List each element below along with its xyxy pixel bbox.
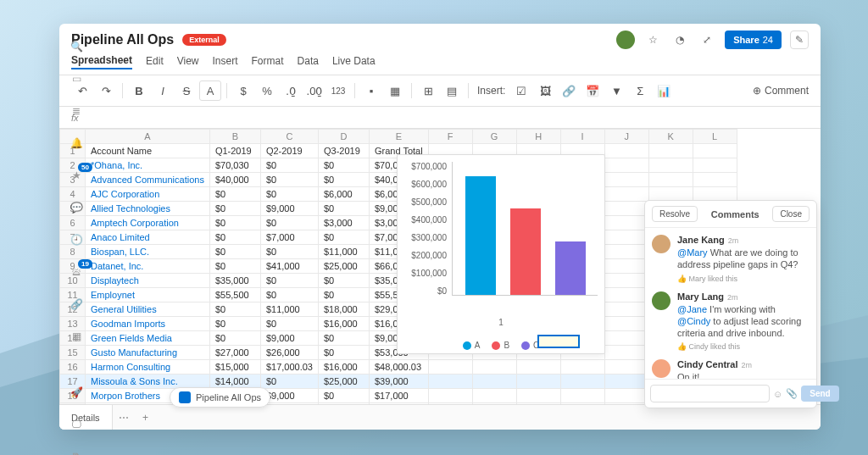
cell[interactable]: $70,030 [209, 158, 260, 173]
decimal-dec-button[interactable]: .0̱ [280, 80, 302, 101]
legend-B[interactable]: B [492, 341, 509, 350]
cell[interactable] [693, 144, 737, 158]
cell[interactable]: $0 [260, 173, 318, 187]
col-header[interactable]: G [472, 130, 516, 144]
history-rail-icon[interactable]: 🕘 [67, 230, 86, 249]
cell[interactable]: $0 [318, 331, 369, 346]
chat-pill[interactable]: Pipeline All Ops [170, 387, 270, 408]
fill-color-button[interactable]: ▪ [360, 80, 382, 101]
activity-icon[interactable]: ◔ [670, 31, 689, 49]
cell[interactable]: Goodman Imports [86, 317, 210, 331]
cell[interactable]: $15,000 [209, 360, 260, 375]
link-insert-button[interactable]: 🔗 [558, 80, 580, 101]
cell[interactable]: $0 [318, 346, 369, 360]
cell[interactable]: $17,000.03 [260, 360, 318, 375]
cell[interactable]: $0 [209, 331, 260, 346]
col-header[interactable]: I [560, 130, 604, 144]
cell[interactable]: $0 [209, 302, 260, 317]
menu-insert[interactable]: Insert [213, 53, 238, 69]
cell[interactable]: $11,000 [318, 245, 369, 259]
cell[interactable]: $7,000 [260, 230, 318, 245]
close-comments-button[interactable]: Close [772, 206, 810, 222]
cell[interactable]: $0 [318, 274, 369, 288]
cell[interactable]: $0 [209, 245, 260, 259]
launch-rail-icon[interactable]: 🚀 [67, 383, 86, 402]
cell[interactable]: *Ohana, Inc. [86, 158, 210, 173]
cell[interactable]: $0 [209, 202, 260, 216]
cell[interactable]: $0 [318, 202, 369, 216]
cell[interactable]: Advanced Communications [86, 173, 210, 187]
cell[interactable]: Q3-2019 [318, 144, 369, 158]
cell[interactable]: $25,000 [318, 375, 369, 389]
menu-data[interactable]: Data [298, 53, 319, 69]
cell[interactable]: $0 [318, 403, 369, 405]
add-tab-icon[interactable]: + [135, 412, 157, 424]
cell[interactable]: $0 [260, 274, 318, 288]
cell[interactable]: $0 [260, 187, 318, 202]
menu-format[interactable]: Format [252, 53, 284, 69]
col-header[interactable]: J [604, 130, 648, 144]
send-button[interactable]: Send [801, 386, 838, 402]
cell[interactable]: $11,000 [260, 302, 318, 317]
decimal-inc-button[interactable]: .00̱ [303, 80, 326, 101]
cell[interactable]: $0 [318, 173, 369, 187]
cell[interactable]: Missoula & Sons Inc. [86, 375, 210, 389]
col-header[interactable]: K [648, 130, 693, 144]
merge-button[interactable]: ⊞ [417, 80, 439, 101]
cell[interactable]: Anaco Limited [86, 230, 210, 245]
col-header[interactable]: C [260, 130, 318, 144]
cell[interactable]: $0 [260, 375, 318, 389]
cell[interactable]: $0 [209, 187, 260, 202]
cell[interactable]: AJC Corporation [86, 187, 210, 202]
search-rail-icon[interactable]: 🔍 [67, 37, 86, 56]
cell[interactable]: Displaytech [86, 274, 210, 288]
cell[interactable]: Account Name [86, 144, 210, 158]
col-header[interactable]: L [693, 130, 737, 144]
comment-avatar[interactable] [652, 235, 670, 253]
cell[interactable]: $25,000 [318, 259, 369, 274]
filter-button[interactable]: ▼ [605, 80, 627, 101]
star-icon[interactable]: ☆ [643, 31, 662, 49]
embedded-chart[interactable]: $700,000$600,000$500,000$400,000$300,000… [397, 154, 605, 354]
cell[interactable]: $0 [260, 158, 318, 173]
collaborator-avatar[interactable] [616, 31, 635, 49]
cell[interactable]: $0 [318, 230, 369, 245]
display-rail-icon[interactable]: 🖵 [67, 415, 86, 434]
docs-rail-icon[interactable]: ≣ [67, 102, 86, 120]
cell[interactable]: $0 [318, 389, 369, 403]
cell[interactable]: $39,000 [369, 375, 428, 389]
comment-avatar[interactable] [652, 359, 670, 378]
resolve-button[interactable]: Resolve [652, 206, 698, 222]
workspace-rail-icon[interactable]: ▭ [67, 69, 86, 88]
cell[interactable]: General Utilities [86, 302, 210, 317]
italic-button[interactable]: I [152, 80, 174, 101]
menu-edit[interactable]: Edit [146, 53, 164, 69]
expand-icon[interactable]: ⤢ [698, 31, 716, 49]
number-format-button[interactable]: 123 [327, 80, 349, 101]
chart-insert-button[interactable]: 📊 [653, 80, 675, 101]
cell[interactable]: Employnet [86, 288, 210, 302]
cell[interactable]: $18,000 [318, 302, 369, 317]
cell[interactable]: Biospan, LLC. [86, 245, 210, 259]
chart-bar-C[interactable] [555, 241, 586, 295]
col-header[interactable]: F [428, 130, 472, 144]
comment-input[interactable] [650, 385, 770, 402]
cell[interactable]: $3,000 [318, 216, 369, 230]
cell[interactable]: $48,000.03 [369, 360, 428, 375]
cell[interactable]: $0 [260, 245, 318, 259]
cell[interactable]: Allied Technologies [86, 202, 210, 216]
align-button[interactable]: ▤ [441, 80, 463, 101]
currency-button[interactable]: $ [232, 80, 254, 101]
cell[interactable]: $0 [209, 230, 260, 245]
cell[interactable]: $16,000 [318, 317, 369, 331]
col-header[interactable]: E [369, 130, 428, 144]
cell[interactable] [604, 144, 648, 158]
share-button[interactable]: Share 24 [725, 31, 782, 49]
font-button[interactable]: A [199, 80, 221, 101]
apps-rail-icon[interactable]: ▦ [67, 327, 86, 346]
cell[interactable]: $14,000 [209, 375, 260, 389]
formula-button[interactable]: Σ [629, 80, 651, 101]
share-rail-icon[interactable]: 🔗 [67, 295, 86, 314]
cell[interactable]: Gusto Manufacturing [86, 346, 210, 360]
cell[interactable]: $9,000 [260, 202, 318, 216]
